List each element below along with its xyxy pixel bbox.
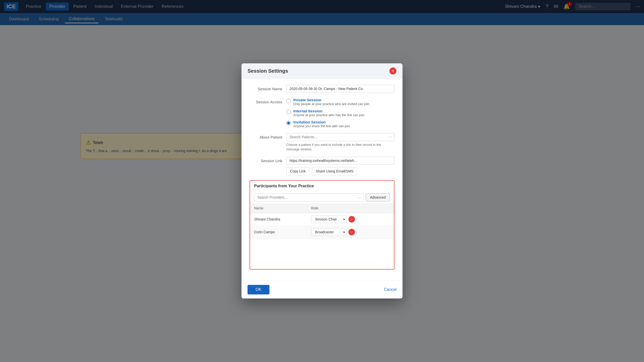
radio-invitation: Invitation Session Anyone you share the …: [286, 120, 394, 128]
modal-title: Session Settings: [248, 68, 288, 74]
session-link-row: Session Link Copy Link Share Using Email…: [250, 157, 394, 175]
ok-button[interactable]: OK: [248, 285, 269, 295]
remove-icon-1: −: [348, 216, 355, 223]
about-patient-content: ··· Choose a patient if you want to incl…: [286, 133, 394, 152]
role-select-1[interactable]: Session Chair Broadcaster Viewer: [311, 216, 346, 223]
patient-search-dots-icon: ···: [389, 135, 392, 139]
radio-internal-label: Internal Session Anyone at your practice…: [293, 109, 365, 117]
role-select-wrapper-1: Session Chair Broadcaster Viewer −: [311, 216, 390, 223]
advanced-button[interactable]: Advanced: [366, 194, 390, 202]
remove-participant-1-button[interactable]: −: [348, 216, 355, 223]
modal-body: Session Name Session Access Private Sess…: [242, 79, 403, 281]
about-patient-row: About Patient ··· Choose a patient if yo…: [250, 133, 394, 152]
session-access-label: Session Access: [250, 98, 282, 104]
name-column-header: Name: [250, 204, 307, 213]
share-email-sms-button[interactable]: Share Using Email/SMS: [312, 167, 357, 175]
close-modal-button[interactable]: ×: [389, 67, 396, 74]
participant-name-1: Shivani Chandra: [250, 213, 307, 226]
modal-header: Session Settings ×: [242, 63, 403, 79]
providers-search-dots-icon: ···: [358, 195, 361, 200]
session-name-input[interactable]: [286, 85, 394, 93]
patient-helper-text: Choose a patient if you want to include …: [286, 143, 394, 152]
about-patient-label: About Patient: [250, 133, 282, 139]
empty-row: [250, 239, 394, 269]
link-buttons-row: Copy Link Share Using Email/SMS: [286, 167, 394, 175]
table-row: Corin Campo Session Chair Broadcaster Vi…: [250, 226, 394, 239]
providers-search-wrapper: ···: [254, 194, 364, 202]
participants-section: Participants from Your Practice ··· Adva…: [250, 180, 394, 270]
remove-icon-2: −: [348, 229, 355, 236]
participants-table: Name Role Shivani Chandra Session Chair …: [250, 204, 394, 269]
radio-private-input[interactable]: [286, 99, 291, 103]
patient-search-input[interactable]: [286, 133, 394, 141]
radio-private-title: Private Session: [293, 98, 370, 102]
patient-search-wrapper: ···: [286, 133, 394, 141]
session-name-content: [286, 85, 394, 93]
session-access-radio-group: Private Session Only people at your prac…: [286, 98, 394, 128]
radio-private-label: Private Session Only people at your prac…: [293, 98, 370, 106]
radio-private-desc: Only people at your practice who are inv…: [293, 102, 370, 106]
session-link-input[interactable]: [286, 157, 394, 165]
participants-search-row: ··· Advanced: [250, 192, 394, 204]
session-settings-modal: Session Settings × Session Name Session …: [242, 63, 403, 298]
participants-table-header: Name Role: [250, 204, 394, 213]
radio-invitation-desc: Anyone you share the link with can join.: [293, 124, 351, 128]
role-column-header: Role: [307, 204, 394, 213]
session-access-row: Session Access Private Session Only peop…: [250, 98, 394, 128]
modal-footer: OK Cancel: [242, 281, 403, 299]
radio-private: Private Session Only people at your prac…: [286, 98, 394, 106]
session-name-label: Session Name: [250, 85, 282, 91]
table-row: Shivani Chandra Session Chair Broadcaste…: [250, 213, 394, 226]
radio-internal-desc: Anyone at your practice who has the link…: [293, 113, 365, 117]
participant-role-cell-1: Session Chair Broadcaster Viewer −: [307, 213, 394, 226]
radio-internal-input[interactable]: [286, 110, 291, 114]
session-link-content: Copy Link Share Using Email/SMS: [286, 157, 394, 175]
radio-internal: Internal Session Anyone at your practice…: [286, 109, 394, 117]
role-select-wrapper-2: Session Chair Broadcaster Viewer −: [311, 229, 390, 236]
session-link-label: Session Link: [250, 157, 282, 163]
radio-invitation-title: Invitation Session: [293, 120, 351, 124]
radio-invitation-input[interactable]: [286, 121, 291, 125]
participant-name-2: Corin Campo: [250, 226, 307, 239]
role-select-2[interactable]: Session Chair Broadcaster Viewer: [311, 229, 346, 236]
participants-table-body: Shivani Chandra Session Chair Broadcaste…: [250, 213, 394, 269]
session-access-content: Private Session Only people at your prac…: [286, 98, 394, 128]
close-icon: ×: [392, 69, 394, 73]
radio-invitation-label: Invitation Session Anyone you share the …: [293, 120, 351, 128]
participant-role-cell-2: Session Chair Broadcaster Viewer −: [307, 226, 394, 239]
copy-link-button[interactable]: Copy Link: [286, 167, 309, 175]
session-name-row: Session Name: [250, 85, 394, 93]
providers-search-input[interactable]: [254, 194, 364, 202]
radio-internal-title: Internal Session: [293, 109, 365, 113]
remove-participant-2-button[interactable]: −: [348, 229, 355, 236]
participants-section-title: Participants from Your Practice: [250, 181, 394, 192]
cancel-button[interactable]: Cancel: [384, 288, 396, 292]
